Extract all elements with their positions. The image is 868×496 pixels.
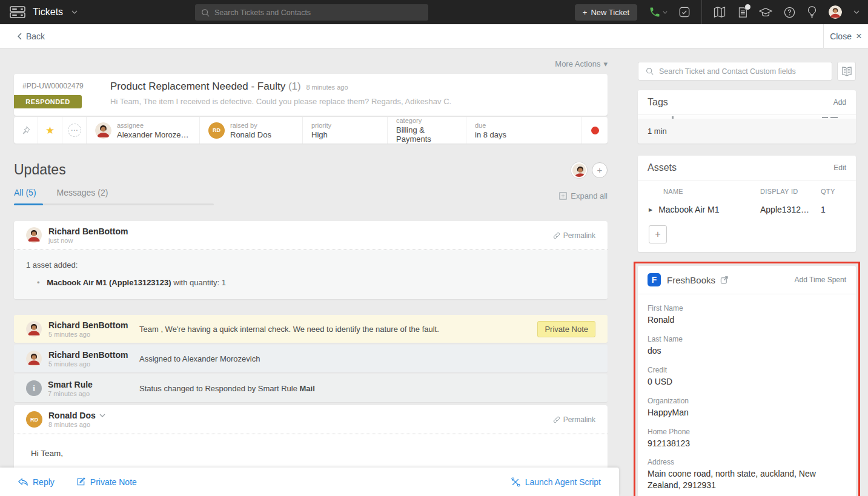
- search-icon: [201, 8, 210, 17]
- watcher-avatar[interactable]: [571, 162, 587, 178]
- add-watcher-button[interactable]: +: [592, 162, 608, 178]
- freshbooks-title: FreshBooks: [667, 275, 715, 285]
- link-icon: [553, 232, 560, 239]
- meta-more-button[interactable]: ⋯: [62, 117, 87, 144]
- due-field[interactable]: due in 8 days: [466, 117, 582, 144]
- tags-add-button[interactable]: Add: [833, 98, 846, 107]
- plus-icon: +: [655, 229, 660, 240]
- asset-added-line: 1 asset added:: [26, 260, 595, 269]
- asset-row[interactable]: ▶ Macbook Air M1 Apple1312… 1: [638, 200, 856, 219]
- add-time-spent-button[interactable]: Add Time Spent: [795, 276, 846, 284]
- priority-field[interactable]: priority High: [303, 117, 388, 144]
- chevron-down-icon[interactable]: [71, 10, 78, 14]
- timeline-entry-asset-added: Richard BenBottom just now Permalink 1 a…: [14, 221, 608, 299]
- assets-table-header: NAME DISPLAY ID QTY: [638, 180, 856, 200]
- chevron-down-icon[interactable]: [99, 414, 105, 417]
- back-button[interactable]: Back: [0, 31, 45, 41]
- plus-icon: +: [597, 165, 603, 175]
- star-icon: ★: [45, 124, 55, 137]
- tab-all[interactable]: All (5): [14, 188, 36, 197]
- assets-card: Assets Edit NAME DISPLAY ID QTY ▶ Macboo…: [638, 156, 856, 252]
- field-home-phone: Home Phone 912138123: [648, 428, 846, 449]
- add-asset-button[interactable]: +: [649, 225, 667, 243]
- phone-chevron-icon[interactable]: [663, 11, 668, 14]
- ticket-detail-pane: More Actions ▾ #PD-UW00002479 RESPONDED …: [0, 48, 626, 496]
- chevron-down-icon: ▾: [603, 59, 608, 68]
- field-organization: Organization HappyMan: [648, 397, 846, 418]
- pin-button[interactable]: [14, 117, 38, 144]
- custom-fields-search[interactable]: [638, 62, 832, 81]
- private-note-button[interactable]: Private Note: [76, 477, 137, 487]
- sidebar-apps-button[interactable]: [837, 62, 856, 81]
- tags-card: Tags Add: [638, 90, 856, 119]
- module-switcher[interactable]: Tickets: [33, 7, 63, 18]
- tab-track: [14, 203, 214, 205]
- link-icon: [553, 416, 560, 423]
- timeline-entry-private-note[interactable]: Richard BenBottom 5 minutes ago Team , W…: [14, 315, 608, 343]
- raised-by-avatar: RD: [208, 122, 225, 139]
- ticket-title: Product Replacement Needed - Faulty (1) …: [110, 81, 451, 93]
- asset-qty: 1: [821, 205, 845, 214]
- plus-icon: +: [583, 8, 588, 17]
- external-link-icon[interactable]: [720, 276, 728, 284]
- help-icon[interactable]: [784, 7, 795, 18]
- knowledge-base-icon[interactable]: [714, 7, 726, 18]
- app-logo-icon[interactable]: [10, 6, 25, 18]
- timeline-entry-status-change[interactable]: i Smart Rule 7 minutes ago Status change…: [14, 374, 608, 402]
- asset-display-id: Apple1312…: [760, 205, 821, 214]
- close-button[interactable]: Close ×: [823, 24, 868, 48]
- ticket-summary-card: #PD-UW00002479 RESPONDED Product Replace…: [14, 74, 608, 116]
- top-nav: Tickets + New Ticket: [0, 0, 868, 24]
- freshbooks-card: F FreshBooks Add Time Spent First Name R…: [638, 266, 856, 496]
- permalink-button[interactable]: Permalink: [553, 231, 595, 240]
- avatar: RD: [26, 411, 42, 428]
- status-badge: RESPONDED: [14, 95, 82, 108]
- phone-icon[interactable]: [649, 6, 661, 18]
- launch-agent-script-button[interactable]: Launch Agent Script: [511, 477, 601, 487]
- assets-edit-button[interactable]: Edit: [833, 164, 846, 172]
- asset-added-item: • Macbook Air M1 (Apple13123123) with qu…: [26, 278, 595, 287]
- permalink-button[interactable]: Permalink: [553, 415, 595, 424]
- profile-chevron-icon[interactable]: [853, 10, 860, 14]
- entry-author: Ronald Dos: [48, 411, 96, 420]
- academy-icon[interactable]: [759, 7, 772, 18]
- avatar: [26, 227, 42, 243]
- note-text: Team , We're having a quick internal che…: [139, 325, 439, 334]
- expand-icon: [559, 192, 567, 200]
- new-ticket-button[interactable]: + New Ticket: [575, 4, 637, 21]
- assets-title: Assets: [648, 162, 677, 173]
- global-search-input[interactable]: [214, 8, 422, 17]
- composer-bar: Reply Private Note Launch Agent Script: [0, 468, 619, 496]
- freshbooks-logo: F: [648, 273, 661, 286]
- red-dot-icon: [591, 127, 599, 134]
- reply-button[interactable]: Reply: [18, 477, 55, 487]
- notification-dot: [745, 4, 750, 10]
- caret-right-icon[interactable]: ▶: [649, 207, 652, 213]
- thread-count: (1): [288, 81, 301, 92]
- entry-time: just now: [48, 237, 128, 244]
- status-change-text: Status changed to Responded by Smart Rul…: [139, 384, 315, 393]
- note-icon: [76, 477, 85, 486]
- star-button[interactable]: ★: [38, 117, 62, 144]
- whats-new-icon[interactable]: [737, 7, 747, 18]
- raised-by-field[interactable]: RD raised by Ronald Dos: [200, 117, 303, 144]
- ticket-id: #PD-UW00002479: [14, 81, 96, 90]
- tasks-icon[interactable]: [679, 7, 690, 18]
- expand-all-button[interactable]: Expand all: [559, 191, 608, 205]
- timeline-entry-assigned[interactable]: Richard BenBottom 5 minutes ago Assigned…: [14, 345, 608, 372]
- more-actions-button[interactable]: More Actions ▾: [14, 56, 608, 71]
- ticket-meta-row: ★ ⋯ assignee Alexander Moroze… RD raised…: [14, 117, 608, 144]
- ticket-toolbar: Back Close ×: [0, 24, 868, 48]
- ideas-icon[interactable]: [807, 6, 817, 18]
- tools-icon: [511, 477, 520, 487]
- user-avatar[interactable]: [829, 5, 842, 19]
- assignee-field[interactable]: assignee Alexander Moroze…: [87, 117, 200, 144]
- custom-fields-search-input[interactable]: [659, 67, 824, 76]
- sla-value-row: 1 min: [638, 119, 856, 144]
- tab-messages[interactable]: Messages (2): [57, 188, 108, 197]
- assigned-text: Assigned to Alexander Morozevich: [139, 354, 260, 363]
- global-search[interactable]: [195, 4, 428, 21]
- entry-time: 8 minutes ago: [48, 421, 105, 428]
- category-field[interactable]: category Billing & Payments: [388, 117, 466, 144]
- sla-indicator: [582, 117, 608, 144]
